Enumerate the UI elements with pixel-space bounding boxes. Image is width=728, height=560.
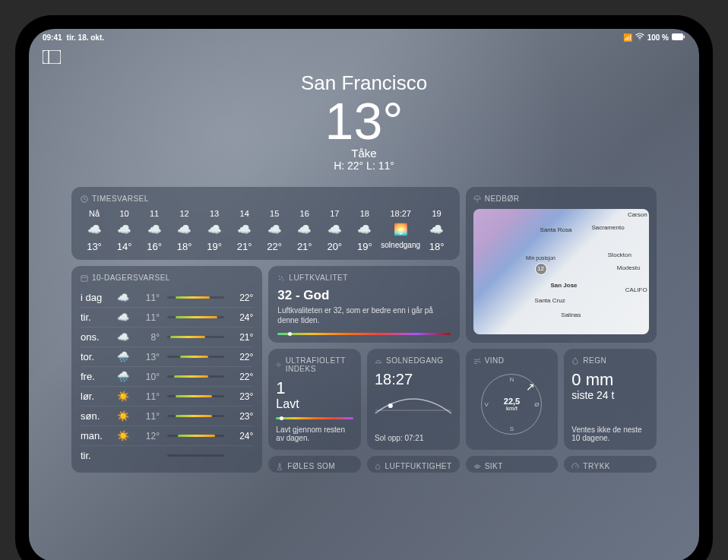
hour-weather-icon: ☁️ [357,223,372,236]
wind-card[interactable]: VIND N S Ø V ↗ 22,5 km/t [466,349,559,450]
day-name: ons. [81,331,108,343]
day-temp-range-bar [167,375,224,378]
map-label-santa-cruz: Santa Cruz [535,297,565,304]
hour-weather-icon: ☁️ [328,223,342,236]
day-row[interactable]: i dag ☁️ 11° 22° [81,288,253,307]
high-low: H: 22° L: 11° [29,160,699,172]
clock-icon [81,195,88,203]
map-label-santa-rosa: Santa Rosa [540,226,572,233]
sunset-icon [375,357,382,365]
map-my-location-pin[interactable]: 12 [535,263,547,275]
svg-point-10 [283,279,284,280]
map-label-sacramento: Sacramento [591,224,624,231]
svg-rect-0 [672,33,683,40]
gauge-icon [571,463,579,470]
sun-curve-graph [375,391,452,418]
day-name: fre. [81,371,108,382]
uv-value: 1 [276,379,353,397]
day-row[interactable]: lør. ☀️ 11° 23° [81,386,253,406]
current-temperature: 13° [29,95,699,147]
hour-weather-icon: ☁️ [429,223,444,236]
wind-header: VIND [473,356,551,365]
day-high-temp: 23° [232,411,253,422]
day-weather-icon: 🌧️ [116,371,131,382]
day-row[interactable]: tir. [81,445,253,465]
hour-time: 14 [240,209,249,218]
sidebar-toggle-button[interactable] [43,50,61,64]
hour-time: 18:27 [390,209,411,218]
thermometer-icon [276,463,283,470]
uv-footer: Lavt gjennom resten av dagen. [276,426,353,442]
uv-index-card[interactable]: ULTRAFIOLETT INDEKS 1 Lavt Lavt gjennom … [268,349,361,450]
battery-icon [672,33,685,42]
day-low-temp: 11° [138,312,160,323]
pressure-title: TRYKK [583,462,610,470]
pressure-card[interactable]: TRYKK [564,456,657,473]
visibility-card[interactable]: SIKT [466,456,559,473]
hour-column: 10 ☁️ 14° [111,209,138,252]
precipitation-map[interactable]: Santa Rosa Sacramento Stockton Modesto S… [473,209,649,334]
sunset-card[interactable]: SOLNEDGANG 18:27 Sol opp: 07:21 [367,349,460,450]
day-row[interactable]: man. ☀️ 12° 24° [81,426,253,445]
hour-temp: 18° [177,241,192,252]
wind-speed: 22,5 [504,397,520,406]
precipitation-map-card[interactable]: NEDBØR Santa Rosa Sacramento Stockton Mo… [466,187,657,343]
hour-weather-icon: ☁️ [237,223,252,236]
aqi-title: LUFTKVALITET [289,274,348,282]
svg-point-18 [388,403,393,408]
day-row[interactable]: søn. ☀️ 11° 23° [81,406,253,426]
hour-column: 12 ☁️ 18° [171,209,198,252]
hour-column: 17 ☁️ 20° [321,209,348,252]
day-row[interactable]: tor. 🌧️ 13° 22° [81,346,253,366]
day-low-temp: 10° [138,372,160,382]
day-row[interactable]: tir. ☁️ 11° 24° [81,307,253,327]
hour-time: 11 [150,209,159,218]
svg-line-20 [575,465,577,467]
hour-weather-icon: ☁️ [177,223,191,236]
hour-temp: 21° [297,241,312,252]
umbrella-icon [473,195,481,203]
hour-weather-icon: 🌅 [394,223,408,236]
day-low-temp: 11° [138,411,160,422]
hour-time: 16 [300,209,309,218]
day-row[interactable]: fre. 🌧️ 10° 22° [81,366,253,386]
ten-day-list: i dag ☁️ 11° 22° tir. ☁️ 11° 24° ons. ☁️… [81,288,253,465]
hour-column: 14 ☁️ 21° [231,209,258,252]
feels-like-card[interactable]: FØLES SOM [268,456,361,473]
air-quality-card[interactable]: LUFTKVALITET 32 - God Luftkvaliteten er … [268,266,459,343]
day-row[interactable]: ons. ☁️ 8° 21° [81,327,253,346]
aqi-scale-bar [277,333,450,335]
hour-weather-icon: ☁️ [267,223,282,236]
hour-column: 16 ☁️ 21° [291,209,318,252]
hour-column: 18:27 🌅 solnedgang [381,209,420,252]
rain-card[interactable]: REGN 0 mm siste 24 t Ventes ikke de nest… [564,349,657,450]
compass-east: Ø [534,401,539,408]
svg-rect-1 [684,35,685,38]
hour-time: 19 [432,209,441,218]
hour-time: Nå [89,209,100,218]
map-label-modesto: Modesto [617,264,641,271]
status-bar: 09:41 tir. 18. okt. 📶 100 % [29,29,699,44]
humidity-card[interactable]: LUFTFUKTIGHET [367,456,460,473]
sun-icon [276,361,281,369]
hour-weather-icon: ☁️ [147,223,162,236]
day-temp-range-bar [167,336,224,338]
hour-time: 13 [210,209,219,218]
uv-scale-bar [276,417,353,419]
precip-title: NEDBØR [485,195,520,203]
sunset-title: SOLNEDGANG [386,356,444,365]
wifi-icon [635,33,644,42]
ten-day-forecast-card[interactable]: 10-DAGERSVARSEL i dag ☁️ 11° 22° tir. ☁️… [71,266,262,473]
day-name: tor. [81,351,108,362]
aqi-indicator-dot [288,332,292,336]
eye-icon [473,463,481,470]
weather-content: San Francisco 13° Tåke H: 22° L: 11° TIM… [29,29,699,560]
uv-level: Lavt [276,397,353,411]
sunrise-footer: Sol opp: 07:21 [375,434,452,442]
hour-temp: 19° [207,241,222,252]
hour-time: 18 [360,209,369,218]
hour-temp: 13° [87,241,102,252]
day-weather-icon: ☁️ [116,312,131,323]
day-temp-range-bar [167,316,224,318]
hourly-forecast-card[interactable]: TIMESVARSEL Nå ☁️ 13° 10 ☁️ 14° 11 ☁️ 16… [71,187,460,260]
